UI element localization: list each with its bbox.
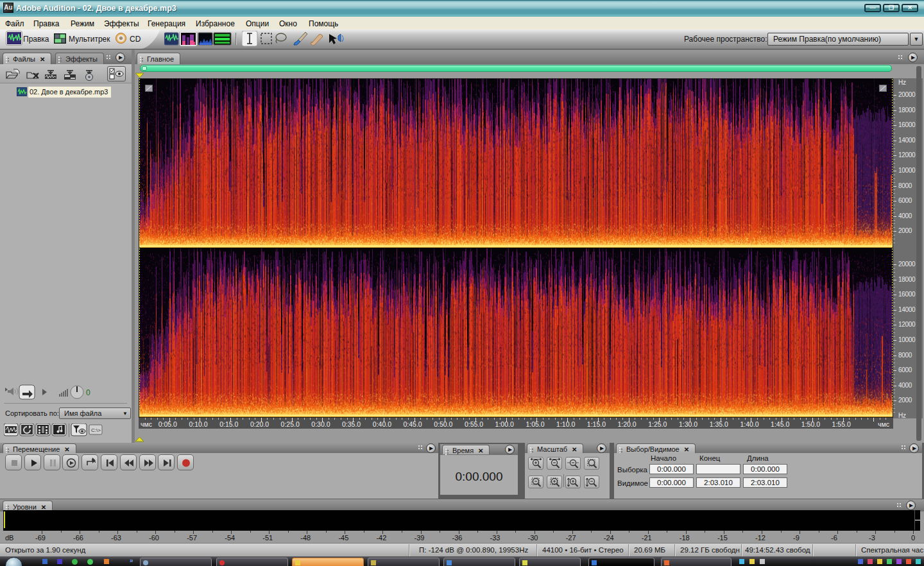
svg-text:0: 0	[86, 388, 90, 397]
svg-text:C:\>: C:\>	[91, 427, 101, 433]
